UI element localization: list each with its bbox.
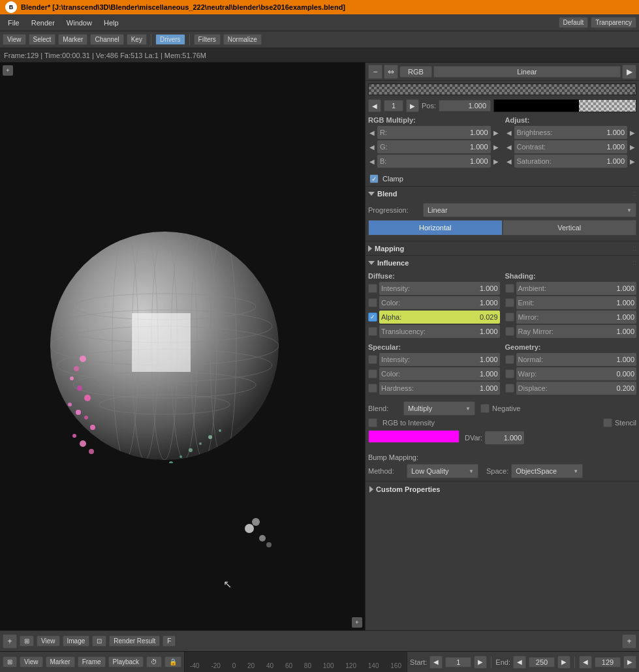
stencil-checkbox[interactable] — [603, 418, 612, 427]
vertical-btn[interactable]: Vertical — [503, 220, 637, 236]
intensity-field[interactable]: Intensity: 1.000 — [379, 282, 500, 295]
tl-view[interactable]: View — [3, 34, 26, 45]
blend-section-header[interactable]: Blend :: — [366, 186, 639, 200]
contrast-arrow-right[interactable]: ▶ — [629, 144, 636, 151]
b-field[interactable]: B: 1.000 — [377, 155, 491, 168]
gradient-bar[interactable] — [368, 84, 636, 95]
bottom-image-btn[interactable]: Image — [63, 635, 90, 647]
saturation-field[interactable]: Saturation: 1.000 — [514, 155, 628, 168]
normal-field[interactable]: Normal: 1.000 — [516, 353, 637, 366]
mapping-section-header[interactable]: Mapping :: — [366, 241, 639, 255]
custom-prop-header[interactable]: Custom Properties — [366, 481, 639, 496]
end-nav-right[interactable]: ▶ — [557, 656, 570, 669]
g-field[interactable]: G: 1.000 — [377, 140, 491, 153]
negative-checkbox[interactable] — [480, 404, 490, 413]
menu-render[interactable]: Render — [26, 18, 60, 28]
r-arrow-right[interactable]: ▶ — [492, 129, 500, 136]
contrast-arrow-left[interactable]: ◀ — [505, 144, 513, 151]
influence-section-header[interactable]: Influence :: — [366, 255, 639, 269]
alpha-checkbox[interactable]: ✓ — [368, 313, 377, 322]
b-arrow-right[interactable]: ▶ — [492, 158, 500, 165]
color-mode-select[interactable]: RGB — [399, 66, 432, 78]
viewport-corner-br[interactable]: + — [352, 617, 362, 628]
prop-nav-right[interactable]: ▶ — [622, 65, 636, 79]
intensity-checkbox[interactable] — [368, 284, 377, 293]
view-selector[interactable]: Tranparency — [591, 17, 636, 28]
render-result-label[interactable]: Render Result — [109, 635, 160, 647]
r-field[interactable]: R: 1.000 — [377, 126, 491, 139]
rgb-intensity-checkbox[interactable] — [368, 418, 377, 427]
spec-hardness-checkbox[interactable] — [368, 384, 377, 393]
space-dropdown[interactable]: ObjectSpace ▼ — [511, 464, 583, 478]
pos-value[interactable]: 1.000 — [439, 100, 491, 112]
bottom-view-btn[interactable]: View — [37, 635, 60, 647]
raymirror-field[interactable]: Ray Mirror: 1.000 — [516, 325, 637, 338]
ambient-checkbox[interactable] — [505, 284, 514, 293]
mirror-field[interactable]: Mirror: 1.000 — [516, 311, 637, 324]
timeline-frame-btn[interactable]: Frame — [78, 656, 106, 667]
menu-window[interactable]: Window — [61, 18, 97, 28]
saturation-arrow-left[interactable]: ◀ — [505, 158, 513, 165]
tl-normalize[interactable]: Normalize — [223, 34, 262, 45]
current-nav-right[interactable]: ▶ — [623, 656, 636, 669]
translucency-checkbox[interactable] — [368, 327, 377, 336]
timeline-playback-btn[interactable]: Playback — [108, 656, 144, 667]
brightness-field[interactable]: Brightness: 1.000 — [514, 126, 628, 139]
timeline-view-btn[interactable]: View — [20, 656, 43, 667]
pos-index[interactable]: 1 — [384, 100, 403, 112]
tl-marker[interactable]: Marker — [58, 34, 87, 45]
start-value[interactable]: 1 — [445, 657, 471, 667]
timeline-ruler[interactable]: -40 -20 0 20 40 60 80 100 120 140 160 — [185, 652, 407, 672]
warp-field[interactable]: Warp: 0.000 — [516, 367, 637, 380]
brightness-arrow-left[interactable]: ◀ — [505, 129, 513, 136]
warp-checkbox[interactable] — [505, 369, 514, 378]
alpha-field[interactable]: Alpha: 0.029 — [379, 311, 500, 324]
prop-nav-arrows[interactable]: ⇔ — [384, 65, 398, 79]
dvar-field[interactable]: 1.000 — [485, 431, 524, 444]
timeline-clock-icon[interactable]: ⏱ — [146, 656, 162, 667]
tl-select[interactable]: Select — [29, 34, 56, 45]
displace-field[interactable]: Displace: 0.200 — [516, 382, 637, 395]
bottom-corner-btn[interactable]: + — [3, 634, 17, 649]
g-arrow-left[interactable]: ◀ — [368, 144, 376, 151]
color-preview[interactable] — [493, 99, 636, 112]
color-bar[interactable] — [368, 430, 460, 443]
timeline-marker-btn[interactable]: Marker — [46, 656, 75, 667]
raymirror-checkbox[interactable] — [505, 327, 514, 336]
tl-key[interactable]: Key — [127, 34, 147, 45]
tl-channel[interactable]: Channel — [90, 34, 123, 45]
progression-dropdown[interactable]: Linear ▼ — [423, 203, 636, 217]
tl-drivers[interactable]: Drivers — [155, 34, 185, 45]
contrast-field[interactable]: Contrast: 1.000 — [514, 140, 628, 153]
spec-intensity-field[interactable]: Intensity: 1.000 — [379, 353, 500, 366]
bottom-corner-btn-right[interactable]: + — [622, 634, 636, 649]
timeline-view-icon[interactable]: ⊞ — [3, 656, 17, 667]
clamp-checkbox[interactable]: ✓ — [369, 174, 379, 183]
current-nav-left[interactable]: ◀ — [579, 656, 592, 669]
g-arrow-right[interactable]: ▶ — [492, 144, 500, 151]
blend-type-dropdown[interactable]: Multiply ▼ — [403, 401, 475, 416]
ambient-field[interactable]: Ambient: 1.000 — [516, 282, 637, 295]
workspace-selector[interactable]: Default — [559, 17, 589, 28]
current-value[interactable]: 129 — [595, 657, 621, 667]
prop-nav-minus[interactable]: − — [368, 65, 382, 79]
spec-intensity-checkbox[interactable] — [368, 355, 377, 364]
emit-checkbox[interactable] — [505, 298, 514, 307]
start-nav-right[interactable]: ▶ — [474, 656, 487, 669]
color-field[interactable]: Color: 1.000 — [379, 296, 500, 309]
displace-checkbox[interactable] — [505, 384, 514, 393]
end-nav-left[interactable]: ◀ — [513, 656, 526, 669]
end-value[interactable]: 250 — [529, 657, 555, 667]
viewport[interactable]: + — [0, 63, 365, 630]
spec-hardness-field[interactable]: Hardness: 1.000 — [379, 382, 500, 395]
menu-help[interactable]: Help — [99, 18, 124, 28]
horizontal-btn[interactable]: Horizontal — [368, 220, 503, 236]
start-nav-left[interactable]: ◀ — [429, 656, 443, 669]
viewport-corner-btn[interactable]: + — [3, 65, 13, 76]
f-label[interactable]: F — [163, 635, 176, 647]
saturation-arrow-right[interactable]: ▶ — [629, 158, 636, 165]
color-checkbox[interactable] — [368, 298, 377, 307]
pos-nav-left[interactable]: ◀ — [368, 99, 381, 112]
mirror-checkbox[interactable] — [505, 313, 514, 322]
spec-color-checkbox[interactable] — [368, 369, 377, 378]
